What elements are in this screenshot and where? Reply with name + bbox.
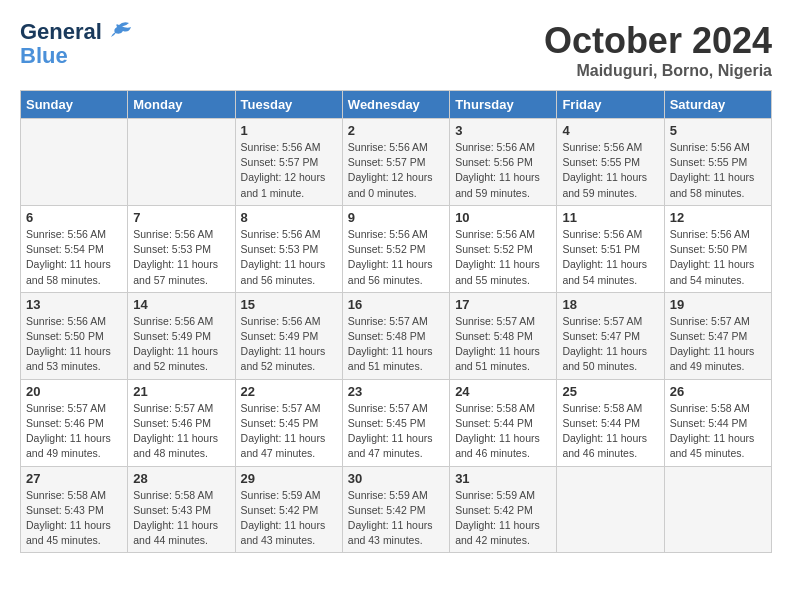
day-number: 29 [241, 471, 337, 486]
calendar-cell: 3Sunrise: 5:56 AMSunset: 5:56 PMDaylight… [450, 119, 557, 206]
calendar-cell: 17Sunrise: 5:57 AMSunset: 5:48 PMDayligh… [450, 292, 557, 379]
day-detail: Sunrise: 5:57 AMSunset: 5:48 PMDaylight:… [348, 314, 444, 375]
calendar-cell: 18Sunrise: 5:57 AMSunset: 5:47 PMDayligh… [557, 292, 664, 379]
header-monday: Monday [128, 91, 235, 119]
page-header: General Blue October 2024 Maiduguri, Bor… [20, 20, 772, 80]
day-detail: Sunrise: 5:57 AMSunset: 5:45 PMDaylight:… [348, 401, 444, 462]
logo-text-general: General [20, 20, 102, 44]
day-number: 18 [562, 297, 658, 312]
header-thursday: Thursday [450, 91, 557, 119]
calendar-cell: 8Sunrise: 5:56 AMSunset: 5:53 PMDaylight… [235, 205, 342, 292]
calendar-cell: 13Sunrise: 5:56 AMSunset: 5:50 PMDayligh… [21, 292, 128, 379]
day-detail: Sunrise: 5:57 AMSunset: 5:45 PMDaylight:… [241, 401, 337, 462]
calendar-cell: 23Sunrise: 5:57 AMSunset: 5:45 PMDayligh… [342, 379, 449, 466]
calendar-cell: 1Sunrise: 5:56 AMSunset: 5:57 PMDaylight… [235, 119, 342, 206]
calendar-header-row: SundayMondayTuesdayWednesdayThursdayFrid… [21, 91, 772, 119]
calendar-cell [128, 119, 235, 206]
day-detail: Sunrise: 5:56 AMSunset: 5:56 PMDaylight:… [455, 140, 551, 201]
day-number: 2 [348, 123, 444, 138]
day-detail: Sunrise: 5:59 AMSunset: 5:42 PMDaylight:… [455, 488, 551, 549]
day-number: 10 [455, 210, 551, 225]
header-wednesday: Wednesday [342, 91, 449, 119]
calendar-cell [557, 466, 664, 553]
calendar-cell: 6Sunrise: 5:56 AMSunset: 5:54 PMDaylight… [21, 205, 128, 292]
day-detail: Sunrise: 5:56 AMSunset: 5:55 PMDaylight:… [670, 140, 766, 201]
calendar-cell: 19Sunrise: 5:57 AMSunset: 5:47 PMDayligh… [664, 292, 771, 379]
day-number: 5 [670, 123, 766, 138]
day-number: 25 [562, 384, 658, 399]
calendar-cell: 27Sunrise: 5:58 AMSunset: 5:43 PMDayligh… [21, 466, 128, 553]
calendar-cell [21, 119, 128, 206]
calendar-week-row: 20Sunrise: 5:57 AMSunset: 5:46 PMDayligh… [21, 379, 772, 466]
day-number: 27 [26, 471, 122, 486]
calendar-cell: 25Sunrise: 5:58 AMSunset: 5:44 PMDayligh… [557, 379, 664, 466]
day-detail: Sunrise: 5:56 AMSunset: 5:53 PMDaylight:… [133, 227, 229, 288]
day-detail: Sunrise: 5:56 AMSunset: 5:50 PMDaylight:… [670, 227, 766, 288]
day-number: 4 [562, 123, 658, 138]
day-number: 26 [670, 384, 766, 399]
day-number: 24 [455, 384, 551, 399]
calendar-cell: 4Sunrise: 5:56 AMSunset: 5:55 PMDaylight… [557, 119, 664, 206]
calendar-cell: 14Sunrise: 5:56 AMSunset: 5:49 PMDayligh… [128, 292, 235, 379]
day-detail: Sunrise: 5:56 AMSunset: 5:49 PMDaylight:… [241, 314, 337, 375]
day-number: 16 [348, 297, 444, 312]
day-number: 22 [241, 384, 337, 399]
day-number: 11 [562, 210, 658, 225]
month-title: October 2024 [544, 20, 772, 62]
day-detail: Sunrise: 5:57 AMSunset: 5:46 PMDaylight:… [26, 401, 122, 462]
day-detail: Sunrise: 5:56 AMSunset: 5:51 PMDaylight:… [562, 227, 658, 288]
calendar-cell: 9Sunrise: 5:56 AMSunset: 5:52 PMDaylight… [342, 205, 449, 292]
day-detail: Sunrise: 5:56 AMSunset: 5:52 PMDaylight:… [455, 227, 551, 288]
day-detail: Sunrise: 5:57 AMSunset: 5:47 PMDaylight:… [670, 314, 766, 375]
calendar-week-row: 1Sunrise: 5:56 AMSunset: 5:57 PMDaylight… [21, 119, 772, 206]
calendar-cell: 20Sunrise: 5:57 AMSunset: 5:46 PMDayligh… [21, 379, 128, 466]
calendar-cell: 2Sunrise: 5:56 AMSunset: 5:57 PMDaylight… [342, 119, 449, 206]
calendar-cell: 16Sunrise: 5:57 AMSunset: 5:48 PMDayligh… [342, 292, 449, 379]
calendar-cell: 21Sunrise: 5:57 AMSunset: 5:46 PMDayligh… [128, 379, 235, 466]
day-detail: Sunrise: 5:56 AMSunset: 5:57 PMDaylight:… [241, 140, 337, 201]
day-detail: Sunrise: 5:56 AMSunset: 5:53 PMDaylight:… [241, 227, 337, 288]
calendar-cell: 12Sunrise: 5:56 AMSunset: 5:50 PMDayligh… [664, 205, 771, 292]
calendar-table: SundayMondayTuesdayWednesdayThursdayFrid… [20, 90, 772, 553]
header-friday: Friday [557, 91, 664, 119]
day-detail: Sunrise: 5:56 AMSunset: 5:54 PMDaylight:… [26, 227, 122, 288]
day-detail: Sunrise: 5:56 AMSunset: 5:50 PMDaylight:… [26, 314, 122, 375]
header-tuesday: Tuesday [235, 91, 342, 119]
day-number: 17 [455, 297, 551, 312]
day-number: 1 [241, 123, 337, 138]
day-detail: Sunrise: 5:56 AMSunset: 5:55 PMDaylight:… [562, 140, 658, 201]
day-detail: Sunrise: 5:58 AMSunset: 5:43 PMDaylight:… [26, 488, 122, 549]
day-detail: Sunrise: 5:57 AMSunset: 5:46 PMDaylight:… [133, 401, 229, 462]
calendar-cell: 29Sunrise: 5:59 AMSunset: 5:42 PMDayligh… [235, 466, 342, 553]
day-number: 8 [241, 210, 337, 225]
calendar-cell: 28Sunrise: 5:58 AMSunset: 5:43 PMDayligh… [128, 466, 235, 553]
day-number: 30 [348, 471, 444, 486]
day-detail: Sunrise: 5:56 AMSunset: 5:52 PMDaylight:… [348, 227, 444, 288]
calendar-week-row: 13Sunrise: 5:56 AMSunset: 5:50 PMDayligh… [21, 292, 772, 379]
day-detail: Sunrise: 5:58 AMSunset: 5:44 PMDaylight:… [562, 401, 658, 462]
day-number: 3 [455, 123, 551, 138]
day-detail: Sunrise: 5:59 AMSunset: 5:42 PMDaylight:… [241, 488, 337, 549]
day-number: 15 [241, 297, 337, 312]
calendar-cell: 31Sunrise: 5:59 AMSunset: 5:42 PMDayligh… [450, 466, 557, 553]
calendar-cell: 22Sunrise: 5:57 AMSunset: 5:45 PMDayligh… [235, 379, 342, 466]
day-number: 7 [133, 210, 229, 225]
day-detail: Sunrise: 5:58 AMSunset: 5:43 PMDaylight:… [133, 488, 229, 549]
calendar-cell: 24Sunrise: 5:58 AMSunset: 5:44 PMDayligh… [450, 379, 557, 466]
location: Maiduguri, Borno, Nigeria [544, 62, 772, 80]
day-detail: Sunrise: 5:56 AMSunset: 5:49 PMDaylight:… [133, 314, 229, 375]
day-detail: Sunrise: 5:56 AMSunset: 5:57 PMDaylight:… [348, 140, 444, 201]
day-detail: Sunrise: 5:57 AMSunset: 5:47 PMDaylight:… [562, 314, 658, 375]
header-sunday: Sunday [21, 91, 128, 119]
day-number: 23 [348, 384, 444, 399]
day-number: 9 [348, 210, 444, 225]
day-number: 28 [133, 471, 229, 486]
logo-text-blue: Blue [20, 44, 68, 68]
day-number: 12 [670, 210, 766, 225]
title-area: October 2024 Maiduguri, Borno, Nigeria [544, 20, 772, 80]
calendar-week-row: 6Sunrise: 5:56 AMSunset: 5:54 PMDaylight… [21, 205, 772, 292]
calendar-cell: 5Sunrise: 5:56 AMSunset: 5:55 PMDaylight… [664, 119, 771, 206]
day-number: 21 [133, 384, 229, 399]
calendar-cell: 15Sunrise: 5:56 AMSunset: 5:49 PMDayligh… [235, 292, 342, 379]
day-detail: Sunrise: 5:57 AMSunset: 5:48 PMDaylight:… [455, 314, 551, 375]
